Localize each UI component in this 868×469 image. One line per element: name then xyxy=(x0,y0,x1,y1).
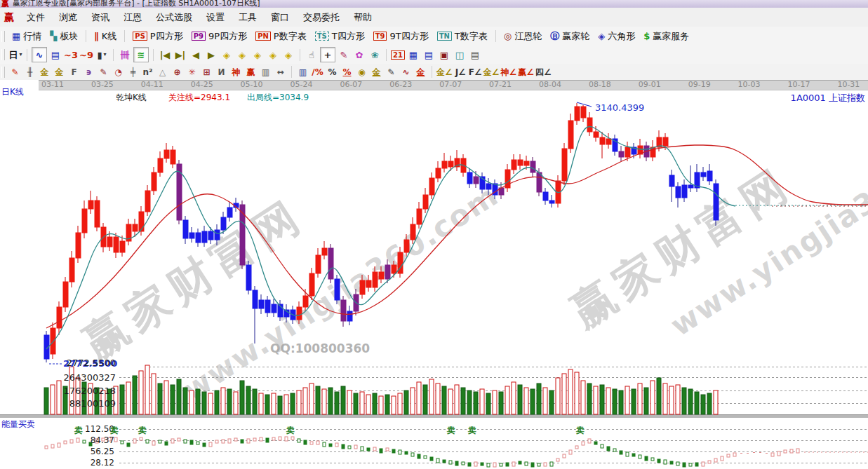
chip-button[interactable]: 卌 xyxy=(118,48,132,62)
export-button[interactable]: ◫ xyxy=(453,48,467,62)
draw-j-angle-tool[interactable]: J∠ xyxy=(454,65,467,79)
next-icon: ▶ xyxy=(208,50,215,60)
save-button[interactable]: ▣ xyxy=(437,48,451,62)
flower-icon: ✿ xyxy=(356,50,363,60)
9t-square-button[interactable]: T99T四方形 xyxy=(369,29,433,43)
draw-n2-tool[interactable]: n² xyxy=(141,65,154,79)
gann-wheel-button[interactable]: ◎江恩轮 xyxy=(500,29,546,43)
draw-gold2-angle-tool[interactable]: 金∠ xyxy=(483,65,500,79)
draw-target-circle-tool[interactable]: ⊕ xyxy=(171,65,184,79)
brain-tool-button[interactable]: ❀ xyxy=(368,48,382,62)
menu-item-公式选股[interactable]: 公式选股 xyxy=(149,10,199,25)
draw-shen-angle-tool[interactable]: 神∠ xyxy=(501,65,517,79)
note-button[interactable]: ▤ xyxy=(48,48,62,62)
prev-icon: ◀ xyxy=(192,50,199,60)
hexagon-button[interactable]: ◈六角形 xyxy=(594,29,639,43)
draw-shen-tool[interactable]: 神 xyxy=(229,65,243,79)
mirror-triangle-icon: △ xyxy=(159,68,166,76)
period-day-button[interactable]: 日▾ xyxy=(8,48,22,62)
nav-next-button[interactable]: ▶ xyxy=(204,48,218,62)
draw-fork-tool[interactable]: И xyxy=(215,65,228,79)
draw-target-star-tool[interactable]: ✳ xyxy=(185,65,199,79)
chart-region[interactable]: 赢家财富网 www.yingjia360.com 赢家财富网 www.yingj… xyxy=(0,80,868,469)
menu-item-设置[interactable]: 设置 xyxy=(199,10,232,25)
9p-square-button[interactable]: P99P四方形 xyxy=(187,29,251,43)
reset-view-button[interactable]: ◈ xyxy=(281,48,295,62)
quotes-button[interactable]: ▦行情 xyxy=(8,29,46,43)
p-number-button[interactable]: PNP数字表 xyxy=(251,29,311,43)
print-button[interactable]: ▤ xyxy=(468,48,482,62)
draw-spiral-tool[interactable]: ϶ xyxy=(82,65,95,79)
draw-wave-band-tool[interactable]: ∿ xyxy=(399,65,413,79)
draw-brush2-tool[interactable]: ✎ xyxy=(97,65,110,79)
draw-gold-under-tool[interactable]: 金 xyxy=(414,65,427,79)
nav-prev-button[interactable]: ◀ xyxy=(189,48,203,62)
draw-percent-tool[interactable]: % xyxy=(326,65,339,79)
draw-gold-line2-tool[interactable]: 金 xyxy=(53,65,66,79)
t-number-button[interactable]: TNT数字表 xyxy=(433,29,492,43)
menu-item-工具[interactable]: 工具 xyxy=(232,10,264,25)
draw-win-angle-tool[interactable]: 赢∠ xyxy=(518,65,534,79)
hand-tool-button[interactable]: ☝ xyxy=(305,48,319,62)
draw-pen-flag-tool[interactable]: ✎ xyxy=(385,65,398,79)
draw-measure-tool[interactable]: ↔ xyxy=(274,65,287,79)
draw-win-tool[interactable]: 赢 xyxy=(244,65,258,79)
draw-target-square-tool[interactable]: ⊞ xyxy=(200,65,213,79)
menu-item-资讯[interactable]: 资讯 xyxy=(84,10,116,25)
draw-brush-tool[interactable]: ✎ xyxy=(8,65,22,79)
draw-gold-bar-tool[interactable]: 金 xyxy=(370,65,383,79)
report-button[interactable]: ▤ xyxy=(422,48,436,62)
toolbar-grip xyxy=(1,67,5,78)
wave9-button[interactable]: ~9 xyxy=(79,48,93,62)
t-square-button[interactable]: TST四方形 xyxy=(311,29,369,43)
draw-cycle-tool[interactable]: ◔ xyxy=(112,65,125,79)
wave3-button[interactable]: ~3 xyxy=(64,48,78,62)
draw-gold-circle-tool[interactable]: ◉ xyxy=(355,65,368,79)
draw-percent-line-tool[interactable]: % xyxy=(340,65,354,79)
date-label: 06-07 xyxy=(335,81,366,89)
menu-bar: 赢 文件浏览资讯江恩公式选股设置工具窗口交易委托帮助 xyxy=(0,8,868,27)
menu-item-交易委托[interactable]: 交易委托 xyxy=(296,10,347,25)
sectors-button[interactable]: ▚板块 xyxy=(46,29,82,43)
gold-line-icon: 金 xyxy=(41,68,49,76)
kline-button[interactable]: ∥K线 xyxy=(90,29,121,43)
draw-si-angle-tool[interactable]: 四∠ xyxy=(535,65,552,79)
draw-mirror-tool[interactable]: △ xyxy=(156,65,169,79)
zoom-in-button[interactable]: ◈ xyxy=(235,48,249,62)
draw-f-angle-tool[interactable]: F∠ xyxy=(469,65,482,79)
draw-f-line-tool[interactable]: F xyxy=(67,65,81,79)
menu-item-江恩[interactable]: 江恩 xyxy=(116,10,149,25)
draw-percent-slash-tool[interactable]: ∕% xyxy=(311,65,324,79)
toolbar-grip xyxy=(1,31,5,42)
crosshair-tool-button[interactable]: + xyxy=(320,47,335,62)
menu-item-浏览[interactable]: 浏览 xyxy=(52,10,84,25)
indicator-axis-label: 112.50 xyxy=(20,424,114,434)
menu-item-窗口[interactable]: 窗口 xyxy=(264,10,296,25)
zoom-out-button[interactable]: ◈ xyxy=(220,48,234,62)
draw-gann-line-tool[interactable]: ╫ xyxy=(23,65,36,79)
candle-style-button[interactable]: ▮▾ xyxy=(95,48,109,62)
draw-gold-line-tool[interactable]: 金 xyxy=(38,65,51,79)
date-label: 03-11 xyxy=(37,81,68,89)
draw-gold-angle-tool[interactable]: 金∠ xyxy=(436,65,453,79)
draw-grid-line-tool[interactable]: ╪ xyxy=(126,65,140,79)
nav-last-button[interactable]: ▶| xyxy=(173,48,187,62)
p-square-button-label: P四方形 xyxy=(150,30,183,43)
menu-item-文件[interactable]: 文件 xyxy=(20,10,52,25)
pan-right-button[interactable]: ◈ xyxy=(266,48,280,62)
draw-ruler-tool[interactable]: ▥ xyxy=(259,65,272,79)
p-square-button[interactable]: PSP四方形 xyxy=(128,29,187,43)
winner-service-button[interactable]: $赢家服务 xyxy=(639,29,693,43)
pan-left-button[interactable]: ◈ xyxy=(251,48,265,62)
winner-wheel-button[interactable]: Ⓑ赢家轮 xyxy=(546,29,594,43)
draw-price-ladder-tool[interactable]: ▥ xyxy=(296,65,309,79)
nav-first-button[interactable]: |◀ xyxy=(158,48,172,62)
calendar-button[interactable]: 21 xyxy=(391,48,405,62)
pattern-button[interactable]: ∿ xyxy=(32,47,47,62)
win-icon: 赢 xyxy=(247,68,255,76)
calculator-button[interactable]: ▦ xyxy=(406,48,420,62)
erase-draw-button[interactable]: ✎ xyxy=(337,48,351,62)
flower-tool-button[interactable]: ✿ xyxy=(352,48,366,62)
profit-button[interactable]: ≋ xyxy=(133,47,149,62)
menu-item-帮助[interactable]: 帮助 xyxy=(347,10,379,25)
